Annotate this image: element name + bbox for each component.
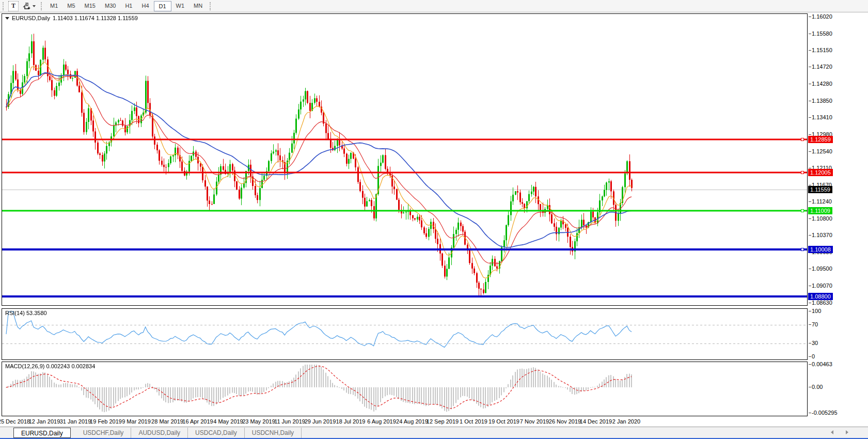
price-tick: 1.13410 bbox=[812, 114, 832, 121]
date-label: 16 Apr 2019 bbox=[182, 418, 213, 425]
date-label: 29 Jun 2019 bbox=[305, 418, 336, 425]
date-label: 19 Oct 2019 bbox=[488, 418, 519, 425]
tab-scroll-right-icon[interactable] bbox=[846, 430, 848, 434]
price-level-tag: 1.12005 bbox=[808, 169, 833, 176]
chart-tab-usdchf[interactable]: USDCHF,Daily bbox=[76, 428, 132, 438]
timeframe-button-m15[interactable]: M15 bbox=[80, 1, 100, 11]
date-label: 23 May 2019 bbox=[242, 418, 275, 425]
main-chart-canvas[interactable] bbox=[2, 14, 807, 305]
price-level-tag: 1.08800 bbox=[808, 293, 833, 300]
toolbar-grip[interactable] bbox=[210, 2, 212, 10]
date-label: 19 Feb 2019 bbox=[90, 418, 122, 425]
date-label: 25 Dec 2018 bbox=[0, 418, 30, 425]
symbol-dropdown-icon[interactable] bbox=[5, 17, 9, 20]
date-label: 12 Sep 2019 bbox=[427, 418, 459, 425]
timeframe-button-m5[interactable]: M5 bbox=[62, 1, 80, 11]
price-tick: 1.15150 bbox=[812, 47, 832, 54]
price-tick: 1.10800 bbox=[812, 215, 832, 222]
price-tick: 1.11240 bbox=[812, 198, 832, 205]
price-level-tag: 1.11009 bbox=[808, 207, 832, 214]
price-tick: 1.16020 bbox=[812, 13, 832, 20]
date-label: 7 Nov 2019 bbox=[520, 418, 549, 425]
date-label: 1 Oct 2019 bbox=[460, 418, 487, 425]
chart-tab-eurusd[interactable]: EURUSD,Daily bbox=[13, 428, 71, 438]
date-label: 11 Jun 2019 bbox=[274, 418, 305, 425]
chart-tab-bar: EURUSD,Daily USDCHF,Daily AUDUSD,Daily U… bbox=[0, 427, 868, 438]
price-level-tag: 1.12859 bbox=[808, 136, 833, 143]
chart-tab-audusd[interactable]: AUDUSD,Daily bbox=[131, 428, 188, 438]
text-tool-icon: T bbox=[11, 2, 15, 10]
price-tick: 1.09500 bbox=[812, 265, 832, 272]
chart-tab-usdcad[interactable]: USDCAD,Daily bbox=[188, 428, 245, 438]
price-tick: 1.12540 bbox=[812, 148, 832, 155]
price-level-tag: 1.11559 bbox=[808, 186, 832, 193]
date-label: 28 Mar 2019 bbox=[151, 418, 183, 425]
tab-scroll-buttons bbox=[831, 430, 848, 434]
date-label: 2 Jan 2020 bbox=[612, 418, 640, 425]
price-axis[interactable]: 1.160201.155801.151501.147201.142801.138… bbox=[808, 12, 868, 439]
date-label: 31 Jan 2019 bbox=[60, 418, 91, 425]
text-tool-button[interactable]: T bbox=[8, 1, 19, 11]
timeframe-button-d1[interactable]: D1 bbox=[154, 1, 171, 11]
date-label: 4 May 2019 bbox=[213, 418, 243, 425]
date-label: 9 Mar 2019 bbox=[122, 418, 151, 425]
tab-scroll-left-icon[interactable] bbox=[831, 430, 833, 434]
dropdown-caret-icon bbox=[33, 5, 36, 7]
timeframe-button-m30[interactable]: M30 bbox=[100, 1, 120, 11]
toolbar-grip[interactable] bbox=[41, 2, 43, 10]
macd-scale-tick: -0.005295 bbox=[812, 410, 838, 416]
price-tick: 1.14280 bbox=[812, 81, 832, 87]
rsi-canvas[interactable] bbox=[2, 309, 807, 359]
price-level-tag: 1.10008 bbox=[808, 246, 833, 253]
application-toolbar: T M1 M5 M15 M30 H1 H4 D1 W1 MN bbox=[0, 0, 868, 12]
rsi-indicator-panel: RSI(14) 53.3580 bbox=[2, 308, 808, 360]
timeframe-button-h1[interactable]: H1 bbox=[120, 1, 137, 11]
price-tick: 1.08630 bbox=[812, 300, 832, 306]
price-tick: 1.15580 bbox=[812, 30, 832, 37]
date-label: 24 Aug 2019 bbox=[396, 418, 428, 425]
arrange-charts-button[interactable] bbox=[21, 1, 37, 11]
date-label: 18 Jul 2019 bbox=[336, 418, 366, 425]
rsi-label: RSI(14) 53.3580 bbox=[5, 310, 47, 316]
main-chart-panel: EURUSD,Daily 1.11403 1.11674 1.11328 1.1… bbox=[2, 13, 808, 306]
chart-symbol: EURUSD,Daily bbox=[12, 15, 50, 21]
macd-scale-tick: 0.00 bbox=[812, 384, 823, 390]
date-label: 12 Jan 2019 bbox=[29, 418, 60, 425]
macd-label: MACD(12,26,9) 0.002243 0.002834 bbox=[5, 363, 95, 369]
date-axis[interactable]: 25 Dec 201812 Jan 201931 Jan 201919 Feb … bbox=[2, 417, 808, 427]
timeframe-button-h4[interactable]: H4 bbox=[137, 1, 153, 11]
timeframe-button-m1[interactable]: M1 bbox=[45, 1, 62, 11]
chart-window: EURUSD,Daily 1.11403 1.11674 1.11328 1.1… bbox=[0, 12, 868, 439]
rsi-scale-tick: 30 bbox=[812, 340, 818, 347]
rsi-scale-tick: 100 bbox=[812, 308, 821, 315]
timeframe-button-w1[interactable]: W1 bbox=[171, 1, 190, 11]
rsi-scale-tick: 70 bbox=[812, 321, 818, 328]
toolbar-grip[interactable] bbox=[3, 2, 5, 10]
date-label: 14 Dec 2019 bbox=[580, 418, 612, 425]
chart-tab-usdcnh[interactable]: USDCNH,Daily bbox=[245, 428, 302, 438]
chart-ohlc-values: 1.11403 1.11674 1.11328 1.11559 bbox=[53, 15, 138, 21]
chart-title: EURUSD,Daily 1.11403 1.11674 1.11328 1.1… bbox=[5, 15, 138, 21]
price-tick: 1.09070 bbox=[812, 283, 832, 289]
price-tick: 1.13850 bbox=[812, 98, 832, 104]
timeframe-button-mn[interactable]: MN bbox=[189, 1, 207, 11]
cascade-arrows-icon bbox=[22, 3, 30, 10]
macd-canvas[interactable] bbox=[2, 362, 807, 416]
date-label: 6 Aug 2019 bbox=[367, 418, 396, 425]
macd-indicator-panel: MACD(12,26,9) 0.002243 0.002834 bbox=[2, 362, 808, 416]
macd-scale-tick: 0.00463 bbox=[812, 361, 832, 368]
price-tick: 1.14720 bbox=[812, 64, 832, 70]
rsi-scale-tick: 0 bbox=[812, 353, 815, 360]
date-label: 26 Nov 2019 bbox=[549, 418, 581, 425]
price-tick: 1.10370 bbox=[812, 232, 832, 239]
